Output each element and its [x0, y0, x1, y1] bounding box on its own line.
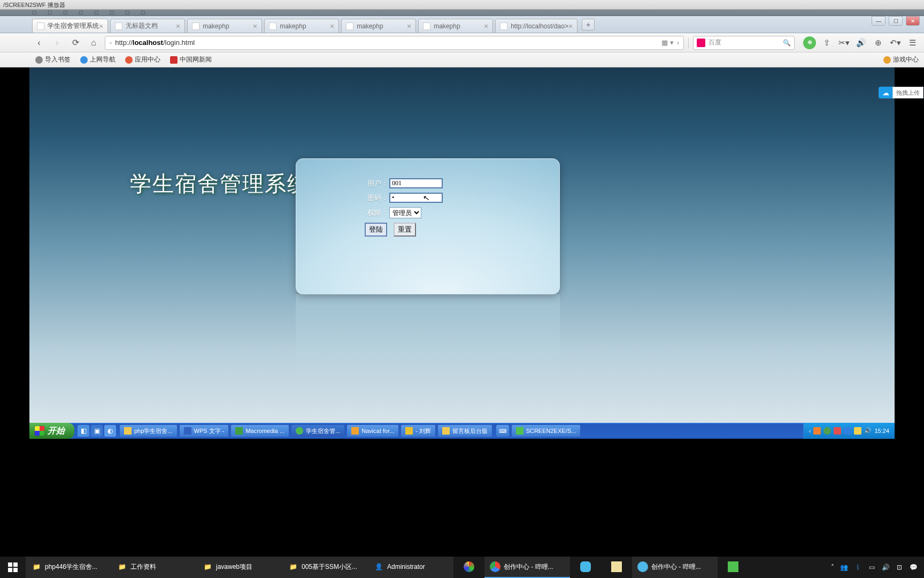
favicon-icon: [346, 22, 353, 30]
search-input[interactable]: 百度 🔍: [693, 36, 795, 50]
win10-taskbar-item[interactable]: 📁005基于SSM小区...: [282, 557, 368, 578]
app-icon: [405, 427, 413, 435]
tray-expand-icon[interactable]: ˄: [831, 564, 834, 571]
translate-icon[interactable]: ▦ ▾: [661, 39, 674, 47]
menu-icon[interactable]: ☰: [906, 36, 919, 49]
tray-battery-icon[interactable]: ▭: [867, 563, 876, 572]
login-button[interactable]: 登陆: [365, 223, 387, 237]
tray-people-icon[interactable]: 👥: [840, 563, 848, 572]
tab[interactable]: http://localhost/dao>×: [495, 19, 578, 33]
xp-taskbar-item[interactable]: SCREEN2EXE/S...: [511, 424, 581, 437]
win10-taskbar-item[interactable]: 创作中心 - 哔哩...: [632, 557, 718, 578]
site-info-icon: ▫: [110, 39, 112, 47]
reload-button[interactable]: ⟳: [68, 36, 82, 50]
tray-bluetooth-icon[interactable]: ᛒ: [853, 563, 862, 572]
quick-launch-icon[interactable]: ◧: [78, 425, 89, 437]
user-input[interactable]: [389, 178, 443, 188]
bookmark-news[interactable]: 中国网新闻: [170, 55, 212, 64]
reset-button[interactable]: 重置: [394, 223, 416, 237]
tab-active[interactable]: 学生宿舍管理系统×: [32, 19, 108, 33]
xp-taskbar-item[interactable]: WPS 文字 -: [179, 424, 229, 437]
tab[interactable]: makephp×: [264, 19, 339, 33]
bookmark-gamecenter[interactable]: 游戏中心: [883, 55, 919, 64]
password-input[interactable]: [389, 193, 443, 203]
win10-system-tray: ˄ 👥 ᛒ ▭ 🔊 ⊡ 💬: [825, 563, 924, 572]
win10-taskbar-item[interactable]: [570, 557, 601, 578]
upload-widget[interactable]: ☁ 拖拽上传: [879, 87, 923, 98]
tray-icon[interactable]: [844, 427, 851, 435]
share-icon[interactable]: ⇪: [820, 36, 833, 49]
back-button[interactable]: ‹: [32, 36, 46, 50]
tab-label: makephp: [203, 22, 229, 30]
folder-icon: [124, 427, 132, 435]
user-icon: 👤: [373, 561, 384, 572]
tray-time: 15:24: [874, 428, 889, 434]
win10-taskbar-item[interactable]: 创作中心 - 哔哩...: [484, 557, 570, 578]
xp-keyboard-icon[interactable]: ⌨: [496, 425, 509, 437]
tab[interactable]: 无标题文档×: [110, 19, 185, 33]
bookmark-appcenter[interactable]: 应用中心: [125, 55, 160, 64]
tray-icon[interactable]: [834, 427, 841, 435]
tab-close-icon[interactable]: ×: [99, 22, 103, 31]
app-icon: [580, 561, 591, 572]
win10-taskbar-item[interactable]: [718, 557, 749, 578]
win10-start-button[interactable]: [0, 557, 26, 578]
tab-close-icon[interactable]: ×: [484, 22, 488, 31]
xp-taskbar-item[interactable]: 留言板后台版: [437, 424, 492, 437]
win10-taskbar-item[interactable]: [601, 557, 632, 578]
window-maximize-button[interactable]: ☐: [889, 16, 903, 26]
bookmark-nav[interactable]: 上网导航: [80, 55, 116, 64]
tray-expand-icon[interactable]: ‹: [809, 428, 811, 434]
tray-shield-icon[interactable]: [854, 427, 861, 435]
window-close-button[interactable]: ✕: [906, 16, 920, 26]
volume-icon[interactable]: 🔊: [854, 36, 867, 49]
svg-rect-3: [13, 568, 18, 572]
favicon-icon: [37, 22, 44, 30]
win10-taskbar-item[interactable]: 📁php446学生宿舍...: [26, 557, 111, 578]
home-button[interactable]: ⌂: [87, 36, 101, 50]
folder-icon: [442, 427, 450, 435]
tray-icon[interactable]: [813, 427, 821, 435]
xp-taskbar-item[interactable]: Navicat for...: [346, 424, 399, 437]
wechat-icon[interactable]: ❋: [803, 36, 816, 49]
xp-start-button[interactable]: 开始: [29, 423, 74, 439]
tray-notification-icon[interactable]: 💬: [909, 563, 918, 572]
tab[interactable]: makephp×: [187, 19, 262, 33]
go-icon[interactable]: ›: [677, 39, 679, 47]
quick-launch-icon[interactable]: ▣: [91, 425, 103, 437]
tab-close-icon[interactable]: ×: [330, 22, 334, 31]
tab-close-icon[interactable]: ×: [253, 22, 257, 31]
tab-close-icon[interactable]: ×: [568, 22, 573, 31]
tab-close-icon[interactable]: ×: [407, 22, 411, 31]
tray-volume-icon[interactable]: 🔊: [864, 427, 872, 435]
quick-launch-icon[interactable]: ◐: [104, 425, 116, 437]
tab[interactable]: makephp×: [418, 19, 493, 33]
download-icon[interactable]: ⊕: [872, 36, 884, 49]
tray-network-icon[interactable]: ⊡: [895, 563, 904, 572]
new-tab-button[interactable]: +: [582, 19, 595, 31]
game-icon: [883, 56, 891, 64]
xp-taskbar-item[interactable]: Macromedia ...: [230, 424, 289, 437]
bookmark-import[interactable]: 导入书签: [35, 55, 71, 64]
win10-taskbar-item[interactable]: 📁javaweb项目: [197, 557, 282, 578]
xp-taskbar: 开始 ◧ ▣ ◐ php学生宿舍... WPS 文字 - Macromedia …: [29, 423, 895, 439]
tray-icon[interactable]: [823, 427, 831, 435]
tray-volume-icon[interactable]: 🔊: [881, 563, 890, 572]
url-input[interactable]: ▫ http://localhost/login.html ▦ ▾›: [105, 36, 684, 50]
window-minimize-button[interactable]: —: [872, 16, 886, 26]
role-select[interactable]: 管理员: [389, 207, 421, 218]
tab-close-icon[interactable]: ×: [176, 22, 180, 31]
win10-taskbar-item[interactable]: 👤Administrator: [368, 557, 453, 578]
xp-taskbar-item[interactable]: 学生宿舍管...: [291, 424, 345, 437]
forward-button[interactable]: ›: [50, 36, 64, 50]
cut-icon[interactable]: ✂▾: [837, 36, 850, 49]
nav-icon: [80, 56, 88, 64]
tab[interactable]: makephp×: [341, 19, 416, 33]
xp-taskbar-item[interactable]: php学生宿舍...: [119, 424, 178, 437]
search-icon[interactable]: 🔍: [783, 39, 791, 47]
xp-taskbar-item[interactable]: - 刘辉: [401, 424, 436, 437]
role-label: 权限：: [365, 208, 388, 218]
win10-taskbar-item[interactable]: 📁工作资料: [111, 557, 197, 578]
undo-icon[interactable]: ↶▾: [889, 36, 902, 49]
win10-taskbar-item[interactable]: [453, 557, 484, 578]
